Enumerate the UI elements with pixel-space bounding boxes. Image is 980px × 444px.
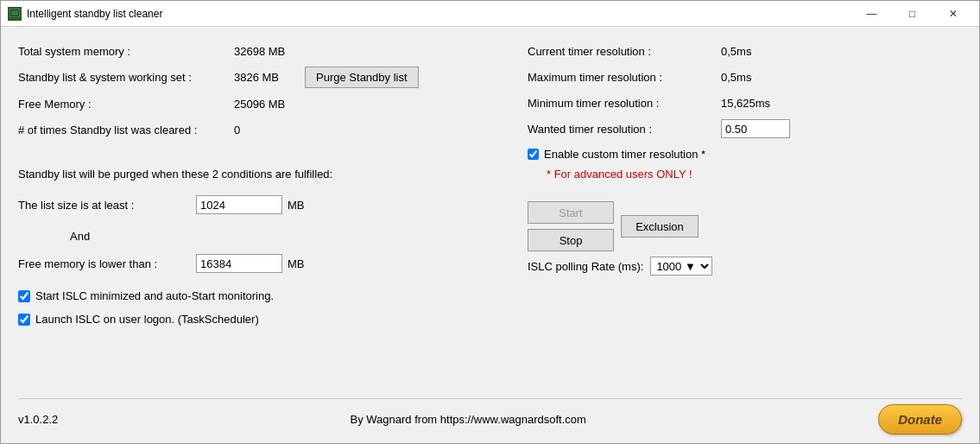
wanted-timer-label: Wanted timer resolution : [528,123,718,136]
list-size-unit: MB [288,199,305,212]
window-controls: — □ ✕ [852,1,972,27]
exclusion-button[interactable]: Exclusion [621,215,699,238]
total-memory-value: 32698 MB [234,45,285,58]
free-memory-row: Free Memory : 25096 MB [18,93,510,114]
cleared-value: 0 [234,124,240,136]
footer: v1.0.2.2 By Wagnard from https://www.wag… [18,398,962,434]
svg-rect-3 [11,10,18,16]
logon-label: Launch ISLC on user logon. (TaskSchedule… [35,313,259,326]
and-row: And [18,225,510,246]
total-memory-label: Total system memory : [18,45,234,58]
max-timer-label: Maximum timer resolution : [528,71,718,84]
content-area: Total system memory : 32698 MB Standby l… [1,27,979,443]
conditions-intro: Standby list will be purged when these 2… [18,168,510,181]
svg-rect-4 [13,17,16,19]
free-mem-condition-label: Free memory is lower than : [18,257,191,270]
cleared-label: # of times Standby list was cleared : [18,124,234,136]
free-mem-unit: MB [288,257,305,270]
minimize-checkbox-row: Start ISLC minimized and auto-Start moni… [18,289,510,302]
free-mem-condition-input[interactable] [196,254,282,273]
timer-section: Current timer resolution : 0,5ms Maximum… [528,41,962,181]
spacer [18,145,510,155]
window-title: Intelligent standby list cleaner [27,8,852,20]
free-memory-label: Free Memory : [18,98,234,111]
left-panel: Total system memory : 32698 MB Standby l… [18,41,510,391]
list-size-input[interactable] [196,195,282,214]
current-timer-label: Current timer resolution : [528,45,718,58]
free-mem-condition-row: Free memory is lower than : MB [18,251,510,276]
polling-row: ISLC polling Rate (ms): 1000 ▼ 500 2000 … [528,257,962,276]
list-size-label: The list size is at least : [18,199,191,212]
main-window: Intelligent standby list cleaner — □ ✕ T… [0,0,980,444]
current-timer-value: 0,5ms [721,45,751,58]
and-label: And [70,230,90,243]
current-timer-row: Current timer resolution : 0,5ms [528,41,962,61]
start-button[interactable]: Start [528,201,614,224]
stop-button[interactable]: Stop [528,229,614,251]
maximize-button[interactable]: □ [893,1,932,27]
purge-standby-button[interactable]: Purge Standby list [305,67,419,88]
title-bar: Intelligent standby list cleaner — □ ✕ [1,1,979,27]
enable-timer-label: Enable custom timer resolution * [544,148,705,161]
total-memory-row: Total system memory : 32698 MB [18,41,510,61]
right-panel: Current timer resolution : 0,5ms Maximum… [510,41,962,391]
minimize-button[interactable]: — [852,1,891,27]
app-icon [8,7,22,21]
close-button[interactable]: ✕ [933,1,972,27]
polling-select[interactable]: 1000 ▼ 500 2000 5000 [650,257,712,276]
minimize-label: Start ISLC minimized and auto-Start moni… [35,289,274,302]
standby-value: 3826 MB [234,71,279,84]
start-stop-exclusion: Start Stop Exclusion [528,201,962,251]
donate-button[interactable]: Donate [878,404,962,434]
enable-timer-row: Enable custom timer resolution * [528,148,962,161]
max-timer-row: Maximum timer resolution : 0,5ms [528,67,962,87]
cleared-row: # of times Standby list was cleared : 0 [18,119,510,140]
advanced-warning: * For advanced users ONLY ! [547,168,962,181]
free-memory-value: 25096 MB [234,98,285,111]
main-area: Total system memory : 32698 MB Standby l… [18,41,962,391]
max-timer-value: 0,5ms [721,71,751,84]
standby-row: Standby list & system working set : 3826… [18,67,510,88]
standby-label: Standby list & system working set : [18,71,234,84]
wanted-timer-input[interactable] [721,119,790,138]
start-stop-col: Start Stop [528,201,614,251]
minimize-checkbox[interactable] [18,290,30,302]
credit-text: By Wagnard from https://www.wagnardsoft.… [351,413,586,426]
list-size-row: The list size is at least : MB [18,193,510,217]
polling-label: ISLC polling Rate (ms): [528,260,643,273]
bottom-right: Start Stop Exclusion ISLC polling Rate (… [528,201,962,276]
min-timer-row: Minimum timer resolution : 15,625ms [528,92,962,113]
logon-checkbox[interactable] [18,314,30,326]
logon-checkbox-row: Launch ISLC on user logon. (TaskSchedule… [18,313,510,326]
version-text: v1.0.2.2 [18,413,58,426]
enable-timer-checkbox[interactable] [528,149,539,160]
min-timer-label: Minimum timer resolution : [528,97,718,110]
min-timer-value: 15,625ms [721,97,770,110]
wanted-timer-row: Wanted timer resolution : [528,118,962,139]
